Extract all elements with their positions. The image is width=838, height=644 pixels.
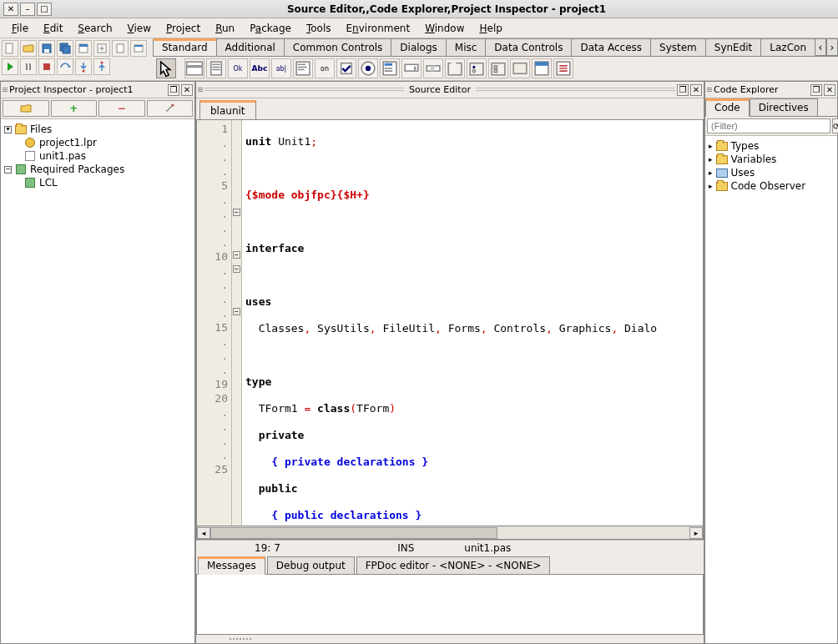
palette-frame[interactable] — [532, 58, 552, 78]
scrollbar-thumb[interactable] — [210, 527, 497, 539]
new-unit-button[interactable] — [2, 40, 18, 57]
tree-item-project-lpr[interactable]: project1.lpr — [4, 136, 191, 149]
menu-tools[interactable]: Tools — [300, 20, 338, 37]
tree-item-required-packages[interactable]: − Required Packages — [4, 163, 191, 176]
menu-run[interactable]: Run — [209, 20, 241, 37]
toggle-form-unit-button[interactable] — [93, 40, 110, 57]
scroll-right-button[interactable]: ▸ — [689, 527, 703, 539]
code-explorer-close[interactable]: ✕ — [824, 84, 835, 96]
component-tab-lazcon[interactable]: LazCon — [760, 38, 815, 56]
palette-popupmenu[interactable] — [206, 58, 226, 78]
editor-horizontal-scrollbar[interactable]: ◂ ▸ — [196, 526, 704, 540]
tree-item-lcl[interactable]: LCL — [4, 176, 191, 189]
proj-add-button[interactable]: + — [51, 100, 98, 117]
step-out-button[interactable] — [93, 58, 110, 75]
open-button[interactable] — [20, 40, 37, 57]
palette-label[interactable]: Abc — [250, 58, 270, 78]
bottom-tab-fpdoc[interactable]: FPDoc editor - <NONE> - <NONE> — [356, 556, 551, 574]
messages-panel[interactable] — [196, 575, 704, 635]
menu-package[interactable]: Package — [243, 20, 298, 37]
code-explorer-tree[interactable]: ▸ Types ▸ Variables ▸ Uses ▸ Code Observ… — [705, 136, 837, 643]
bottom-tab-messages[interactable]: Messages — [198, 556, 265, 575]
component-tab-scroll-right[interactable]: › — [826, 38, 838, 56]
fold-toggle[interactable]: − — [233, 251, 240, 259]
tree-collapse-icon[interactable]: − — [4, 166, 12, 174]
palette-radiogroup[interactable] — [467, 58, 487, 78]
fold-toggle[interactable]: − — [233, 209, 240, 216]
palette-selection-arrow[interactable] — [156, 58, 176, 78]
proj-open-button[interactable] — [3, 100, 49, 117]
palette-panel[interactable] — [510, 58, 530, 78]
palette-checkgroup[interactable] — [488, 58, 508, 78]
palette-mainmenu[interactable] — [184, 58, 204, 78]
ce-tab-directives[interactable]: Directives — [750, 98, 818, 116]
palette-actionlist[interactable] — [553, 58, 573, 78]
palette-togglebox[interactable]: on — [315, 58, 335, 78]
project-inspector-close[interactable]: ✕ — [181, 84, 193, 96]
view-forms-button[interactable] — [130, 40, 147, 57]
component-tab-data-controls[interactable]: Data Controls — [485, 38, 572, 56]
window-maximize-button[interactable]: □ — [37, 3, 52, 16]
menu-environment[interactable]: Environment — [340, 20, 417, 37]
palette-checkbox[interactable] — [336, 58, 356, 78]
component-tab-synedit[interactable]: SynEdit — [705, 38, 762, 56]
component-tab-dialogs[interactable]: Dialogs — [391, 38, 446, 56]
component-tab-misc[interactable]: Misc — [446, 38, 487, 56]
fold-toggle[interactable]: − — [233, 265, 240, 273]
menu-file[interactable]: File — [5, 20, 35, 37]
palette-radiobutton[interactable] — [358, 58, 378, 78]
palette-listbox[interactable] — [380, 58, 400, 78]
code-explorer-filter-input[interactable] — [707, 118, 830, 133]
bottom-tab-debug-output[interactable]: Debug output — [267, 556, 355, 574]
run-button[interactable] — [2, 58, 18, 75]
menu-view[interactable]: View — [121, 20, 158, 37]
palette-button[interactable]: Ok — [228, 58, 248, 78]
project-inspector-restore[interactable]: ❐ — [168, 84, 179, 96]
menu-search[interactable]: Search — [71, 20, 119, 37]
source-editor-restore[interactable]: ❐ — [677, 84, 689, 96]
palette-memo[interactable] — [293, 58, 313, 78]
proj-options-button[interactable] — [147, 100, 194, 117]
palette-groupbox[interactable] — [445, 58, 465, 78]
menu-help[interactable]: Help — [472, 20, 508, 37]
resize-grip[interactable] — [196, 635, 704, 643]
window-close-button[interactable]: ✕ — [3, 3, 18, 16]
source-editor-close[interactable]: ✕ — [690, 84, 702, 96]
ce-tab-code[interactable]: Code — [705, 98, 750, 117]
code-editor[interactable]: 1...5....10....15...1920....25 − − − − u… — [196, 120, 704, 526]
palette-combobox[interactable] — [401, 58, 422, 78]
ce-item-uses[interactable]: ▸ Uses — [709, 166, 834, 179]
fold-toggle[interactable]: − — [233, 308, 240, 315]
tree-collapse-icon[interactable]: ▾ — [4, 126, 12, 133]
scroll-left-button[interactable]: ◂ — [197, 527, 210, 539]
ce-item-variables[interactable]: ▸ Variables — [709, 153, 834, 166]
component-tab-additional[interactable]: Additional — [216, 38, 285, 56]
code-text[interactable]: unit Unit1; {$mode objfpc}{$H+} interfac… — [242, 120, 703, 526]
tree-item-files[interactable]: ▾ Files — [4, 123, 191, 136]
new-form-button[interactable] — [75, 40, 92, 57]
view-units-button[interactable] — [112, 40, 129, 57]
menu-project[interactable]: Project — [159, 20, 207, 37]
ce-item-types[interactable]: ▸ Types — [709, 139, 834, 153]
component-tab-data-access[interactable]: Data Access — [571, 38, 651, 56]
stop-button[interactable] — [38, 58, 55, 75]
step-over-button[interactable] — [57, 58, 73, 75]
palette-scrollbar[interactable] — [423, 58, 443, 78]
component-tab-common-controls[interactable]: Common Controls — [284, 38, 392, 56]
save-all-button[interactable] — [57, 40, 73, 57]
tree-item-unit1-pas[interactable]: unit1.pas — [4, 149, 191, 163]
pause-button[interactable] — [20, 58, 37, 75]
step-into-button[interactable] — [75, 58, 92, 75]
component-tab-standard[interactable]: Standard — [153, 38, 217, 57]
menu-edit[interactable]: Edit — [37, 20, 69, 37]
palette-edit[interactable]: ab| — [271, 58, 291, 78]
proj-remove-button[interactable]: − — [98, 100, 145, 117]
component-tab-system[interactable]: System — [650, 38, 706, 56]
code-explorer-restore[interactable]: ❐ — [810, 84, 822, 96]
editor-tab-blaunit[interactable]: blaunit — [199, 100, 256, 119]
ce-refresh-button[interactable]: ⟳ — [832, 118, 838, 133]
window-minimize-button[interactable]: – — [20, 3, 35, 16]
ce-item-code-observer[interactable]: ▸ Code Observer — [709, 179, 834, 193]
project-tree[interactable]: ▾ Files project1.lpr unit1.pas − Require… — [1, 119, 194, 643]
component-tab-scroll-left[interactable]: ‹ — [815, 38, 826, 56]
